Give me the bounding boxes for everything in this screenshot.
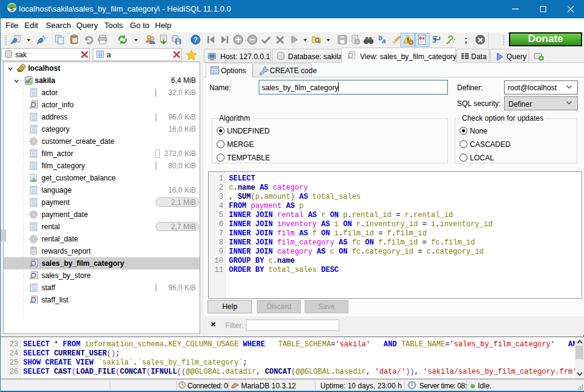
svg-text:a: a xyxy=(382,37,386,45)
svg-text:0x: 0x xyxy=(419,35,425,41)
svg-text:;: ; xyxy=(464,34,467,45)
svg-text:?: ? xyxy=(193,36,198,43)
svg-text:S: S xyxy=(10,6,13,12)
